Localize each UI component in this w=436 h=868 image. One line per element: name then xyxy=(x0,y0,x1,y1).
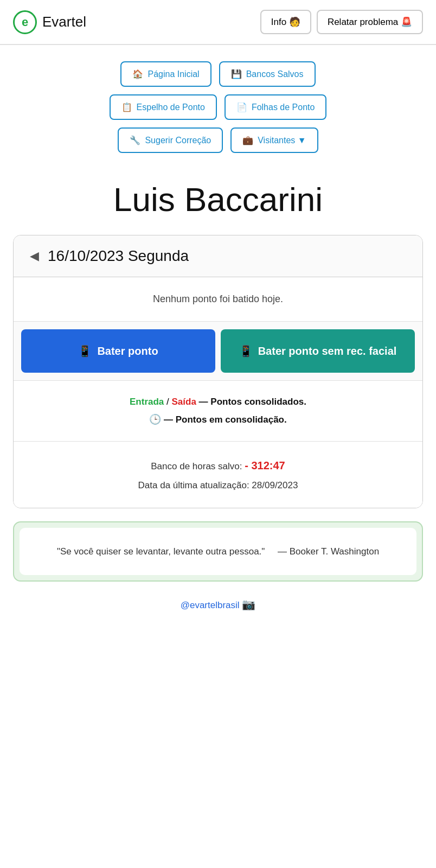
nav-visitantes[interactable]: 💼 Visitantes ▼ xyxy=(230,127,318,153)
no-punch-message: Nenhum ponto foi batido hoje. xyxy=(14,277,422,322)
consolidating-text: — Pontos em consolidação. xyxy=(164,414,287,425)
nav-sugerir-correcao[interactable]: 🔧 Sugerir Correção xyxy=(118,127,223,153)
logo-icon: e xyxy=(13,10,37,34)
user-name: Luis Baccarini xyxy=(0,158,436,235)
header-buttons: Info 🧑 Relatar problema 🚨 xyxy=(260,10,423,34)
nav-row-2: 📋 Espelho de Ponto 📄 Folhas de Ponto xyxy=(110,94,327,120)
main-card: ◀ 16/10/2023 Segunda Nenhum ponto foi ba… xyxy=(13,235,423,508)
back-arrow-button[interactable]: ◀ xyxy=(30,249,39,263)
app-header: e Evartel Info 🧑 Relatar problema 🚨 xyxy=(0,0,436,45)
logo-area: e Evartel xyxy=(13,10,86,34)
wrench-icon: 🔧 xyxy=(130,135,140,145)
nav-row-1: 🏠 Página Inicial 💾 Bancos Salvos xyxy=(120,61,315,87)
quote-text: "Se você quiser se levantar, levante out… xyxy=(57,546,265,557)
banco-value: - 312:47 xyxy=(245,459,285,471)
saida-label: Saída xyxy=(172,397,196,407)
legend-line-1: Entrada / Saída — Pontos consolidados. xyxy=(30,394,406,411)
nav-pagina-inicial[interactable]: 🏠 Página Inicial xyxy=(120,61,211,87)
nav-bancos-salvos[interactable]: 💾 Bancos Salvos xyxy=(219,61,316,87)
instagram-icon: 📷 xyxy=(242,598,255,610)
home-icon: 🏠 xyxy=(132,69,143,79)
clock-icon: 🕒 xyxy=(149,414,161,425)
info-button[interactable]: Info 🧑 xyxy=(260,10,311,34)
punch-buttons-area: 📱 Bater ponto 📱 Bater ponto sem rec. fac… xyxy=(14,322,422,381)
report-button[interactable]: Relatar problema 🚨 xyxy=(317,10,423,34)
date-display: 16/10/2023 Segunda xyxy=(48,247,189,265)
quote-section: "Se você quiser se levantar, levante out… xyxy=(13,521,423,582)
nav-folhas-ponto[interactable]: 📄 Folhas de Ponto xyxy=(225,94,327,120)
entrada-label: Entrada xyxy=(130,397,164,407)
briefcase-icon: 💼 xyxy=(242,135,253,145)
legend-line-2: 🕒 — Pontos em consolidação. xyxy=(30,411,406,429)
phone-icon-1: 📱 xyxy=(78,344,92,358)
bater-ponto-button[interactable]: 📱 Bater ponto xyxy=(21,329,215,373)
quote-author: — Booker T. Washington xyxy=(278,546,379,557)
nav-section: 🏠 Página Inicial 💾 Bancos Salvos 📋 Espel… xyxy=(0,45,436,158)
document-icon: 📄 xyxy=(236,102,247,112)
phone-icon-2: 📱 xyxy=(239,344,253,358)
banco-saved-line: Banco de horas salvo: - 312:47 xyxy=(30,455,406,476)
nav-espelho-ponto[interactable]: 📋 Espelho de Ponto xyxy=(110,94,217,120)
banco-section: Banco de horas salvo: - 312:47 Data da ú… xyxy=(14,442,422,508)
legend-section: Entrada / Saída — Pontos consolidados. 🕒… xyxy=(14,381,422,442)
instagram-link[interactable]: @evartelbrasil 📷 xyxy=(181,600,256,610)
quote-inner: "Se você quiser se levantar, levante out… xyxy=(20,528,416,575)
banco-update-line: Data da última atualização: 28/09/2023 xyxy=(30,476,406,495)
consolidated-text: — Pontos consolidados. xyxy=(199,397,306,407)
footer: @evartelbrasil 📷 xyxy=(0,582,436,633)
card-date-header: ◀ 16/10/2023 Segunda xyxy=(14,235,422,277)
app-name: Evartel xyxy=(42,14,86,30)
nav-row-3: 🔧 Sugerir Correção 💼 Visitantes ▼ xyxy=(118,127,318,153)
banco-update-date: 28/09/2023 xyxy=(252,480,298,490)
instagram-handle: @evartelbrasil xyxy=(181,600,240,610)
save-icon: 💾 xyxy=(231,69,242,79)
clipboard-icon: 📋 xyxy=(121,102,132,112)
bater-ponto-sem-facial-button[interactable]: 📱 Bater ponto sem rec. facial xyxy=(221,329,415,373)
